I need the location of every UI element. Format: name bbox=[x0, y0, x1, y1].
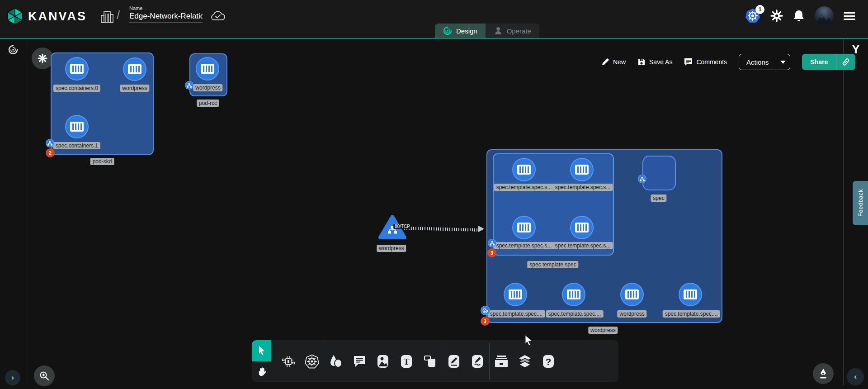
feedback-tab[interactable]: Feedback bbox=[853, 181, 868, 225]
edge-pen-tool-button[interactable] bbox=[442, 340, 466, 382]
select-tool-button[interactable] bbox=[252, 340, 271, 361]
share-split-button: Share bbox=[802, 54, 855, 70]
comment-tool-button[interactable] bbox=[348, 340, 371, 382]
tab-design[interactable]: Design bbox=[435, 24, 486, 38]
component-chip-icon bbox=[282, 355, 295, 368]
tab-operate[interactable]: Operate bbox=[486, 24, 539, 38]
group-label: wordpress bbox=[588, 327, 618, 334]
image-tool-button[interactable] bbox=[371, 340, 395, 382]
design-name-block: Name bbox=[129, 5, 203, 23]
kubernetes-context-button[interactable]: 1 bbox=[745, 8, 760, 24]
container-node[interactable] bbox=[65, 57, 89, 81]
container-node[interactable] bbox=[123, 57, 146, 81]
menu-hamburger-icon[interactable] bbox=[844, 10, 855, 22]
kanvas-logo[interactable]: KANVAS bbox=[6, 8, 87, 25]
drawer-tool-button[interactable] bbox=[490, 340, 513, 382]
shapes-tool-button[interactable] bbox=[324, 340, 348, 382]
text-icon: T bbox=[400, 354, 413, 369]
container-node[interactable] bbox=[512, 216, 536, 239]
meshery-badge[interactable] bbox=[481, 306, 490, 315]
kubernetes-tool-button[interactable] bbox=[300, 340, 324, 382]
hand-icon bbox=[257, 367, 266, 377]
issue-count-badge[interactable]: 2 bbox=[46, 148, 55, 157]
container-node[interactable] bbox=[504, 283, 527, 306]
relationship-badge[interactable] bbox=[46, 139, 54, 147]
comment-icon bbox=[353, 355, 366, 368]
group-spec-template-spec[interactable] bbox=[493, 153, 614, 256]
container-node[interactable] bbox=[512, 158, 536, 181]
zoom-search-button[interactable] bbox=[34, 365, 55, 386]
group-config-button[interactable] bbox=[32, 47, 53, 69]
loading-spiral-icon bbox=[8, 45, 18, 55]
edge-port-label: 80/TCP bbox=[393, 224, 411, 229]
container-node[interactable] bbox=[562, 283, 585, 306]
help-tool-button[interactable]: ? bbox=[537, 340, 560, 382]
group-label: spec.template.spec bbox=[527, 261, 578, 268]
text-tool-button[interactable]: T bbox=[395, 340, 418, 382]
design-name-input[interactable] bbox=[129, 11, 203, 23]
pen-nib-icon bbox=[818, 368, 828, 379]
comments-button[interactable]: Comments bbox=[684, 58, 727, 66]
cursor-arrow-icon bbox=[257, 346, 266, 356]
container-node[interactable] bbox=[196, 57, 219, 81]
cloud-saved-icon bbox=[211, 10, 225, 22]
node-label: spec.template.spec.s... bbox=[494, 184, 554, 191]
design-pen-button[interactable] bbox=[813, 363, 834, 384]
settings-gear-icon[interactable] bbox=[770, 9, 783, 22]
pencil-icon bbox=[601, 58, 609, 66]
node-label: spec bbox=[651, 194, 666, 202]
sitemap-icon bbox=[490, 241, 495, 246]
share-button[interactable]: Share bbox=[802, 54, 836, 70]
note-frame-icon bbox=[423, 355, 437, 368]
node-label: spec.template.spec.... bbox=[663, 310, 720, 318]
issue-count-badge[interactable]: 3 bbox=[481, 317, 490, 326]
component-tool-button[interactable] bbox=[277, 340, 300, 382]
relationship-badge[interactable] bbox=[488, 239, 496, 247]
note-tool-button[interactable] bbox=[418, 340, 442, 382]
container-node[interactable] bbox=[679, 283, 702, 306]
node-label: wordpress bbox=[617, 310, 646, 318]
container-icon bbox=[575, 223, 589, 232]
sketch-tool-button[interactable] bbox=[466, 340, 489, 382]
actions-split-button: Actions bbox=[739, 54, 790, 70]
copy-link-button[interactable] bbox=[836, 54, 855, 70]
node-label: spec.template.spec.s... bbox=[553, 184, 613, 191]
save-as-button[interactable]: Save As bbox=[637, 58, 672, 66]
canvas-left-border bbox=[26, 39, 26, 385]
service-edge[interactable] bbox=[404, 227, 480, 232]
node-label: spec.template.spec.... bbox=[488, 310, 545, 318]
actions-button[interactable]: Actions bbox=[739, 54, 776, 70]
pan-tool-button[interactable] bbox=[252, 361, 271, 383]
link-icon bbox=[841, 57, 850, 66]
comments-icon bbox=[684, 58, 693, 66]
new-button[interactable]: New bbox=[601, 58, 626, 66]
layers-tool-button[interactable] bbox=[513, 340, 537, 382]
relationship-badge[interactable] bbox=[638, 175, 646, 183]
canvas-right-border bbox=[843, 39, 844, 385]
organization-icon[interactable] bbox=[100, 9, 114, 24]
relationship-badge[interactable] bbox=[185, 81, 193, 90]
collapse-right-panel-button[interactable]: ‹ bbox=[847, 368, 864, 385]
tab-design-label: Design bbox=[456, 27, 477, 35]
container-node[interactable] bbox=[570, 158, 594, 181]
issue-count-badge[interactable]: 3 bbox=[487, 248, 496, 257]
container-node[interactable] bbox=[570, 216, 594, 239]
svg-text:T: T bbox=[404, 357, 410, 366]
node-label: spec.template.spec.s... bbox=[553, 242, 613, 249]
notifications-bell-icon[interactable] bbox=[793, 9, 805, 22]
expand-left-panel-button[interactable]: › bbox=[5, 370, 20, 385]
kanvas-app: KANVAS / Name Desig bbox=[0, 0, 868, 389]
actions-dropdown-button[interactable] bbox=[776, 54, 790, 70]
container-icon bbox=[625, 289, 639, 299]
node-spec[interactable] bbox=[642, 156, 676, 190]
save-as-label: Save As bbox=[649, 58, 672, 66]
svg-text:?: ? bbox=[546, 356, 552, 367]
container-node[interactable] bbox=[65, 115, 89, 138]
container-icon bbox=[684, 289, 697, 299]
avatar-mountain bbox=[815, 14, 834, 25]
user-avatar[interactable] bbox=[815, 6, 834, 25]
mode-tabs: Design Operate bbox=[435, 24, 539, 38]
sitemap-icon bbox=[47, 141, 52, 146]
layers-icon bbox=[518, 354, 532, 369]
container-node[interactable] bbox=[620, 283, 644, 306]
